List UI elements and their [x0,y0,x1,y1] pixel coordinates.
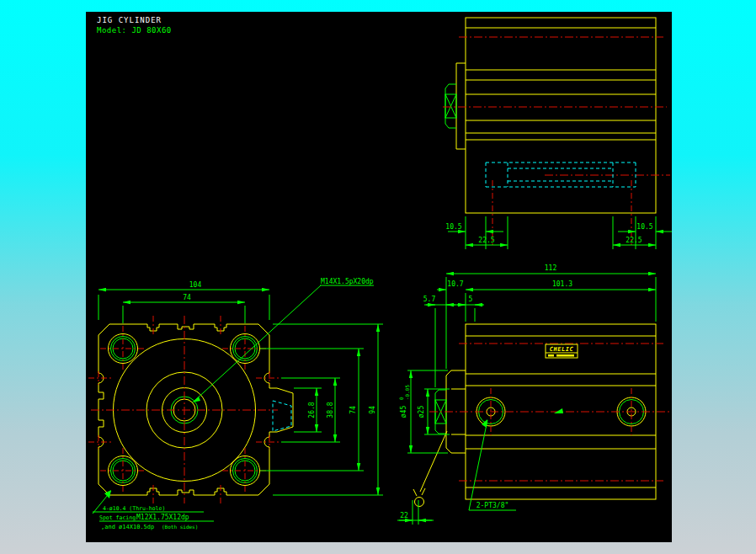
dim-bolt-span-h: 74 [183,294,191,301]
dim-head-thickness: 10.7 [447,280,463,288]
port-fitting-top [445,84,456,128]
dim-bolt-span-v: 74 [349,406,357,414]
note-line-3a: ,and ø14X10.5dp [101,524,154,530]
front-view-centerlines [88,316,280,503]
cad-drawing-canvas[interactable]: JIG CYLINDER Model: JD 80X60 [86,12,672,542]
dim-overall-length: 112 [545,264,557,272]
dim-boss-tol-lower: -0.05 [404,385,410,400]
front-view: 104 74 M14X1.5pX20dp 26.8 38.8 74 [88,278,383,530]
side-view: CHELIC 112 10.7 101.3 5 [397,264,670,525]
dim-boss-dia: ø45 [400,406,407,418]
note-line-1: 4-ø10.4 (Thru-hole) [103,505,165,512]
rod-boss-top [456,63,466,149]
note-line-3b: (Both sides) [162,524,198,530]
dim-width: 104 [189,281,202,289]
side-view-dimensions: 112 10.7 101.3 5.7 5 ø45 0 -0.05 [397,264,656,525]
thread-callout-text: M14X1.5pX20dp [321,278,374,285]
wrench-symbol [413,431,447,507]
dim-left-hole-span: 22.5 [478,237,494,244]
hole-note: 4-ø10.4 (Thru-hole) Spot facing M12X1.75… [93,490,214,530]
dim-boss-tol-upper: 0 [398,397,404,400]
note-line-2a: Spot facing [99,514,136,521]
dim-right-hole-offset: 10.5 [636,223,652,231]
front-view-dimensions: 104 74 M14X1.5pX20dp 26.8 38.8 74 [98,278,383,495]
brand-label: CHELIC [550,346,574,353]
dim-pocket-depth: 26.8 [308,402,316,418]
top-view-centerlines [443,37,670,245]
dim-body-length: 101.3 [552,280,572,288]
brand-plate: CHELIC [546,344,578,358]
thread-callout: M14X1.5pX20dp [192,278,374,402]
dim-boss-depth: 38.8 [327,402,334,418]
top-view-outline [456,18,656,213]
cad-drawing-svg: JIG CYLINDER Model: JD 80X60 [86,12,672,542]
dim-step-dia: ø25 [418,406,425,418]
title-product: JIG CYLINDER [97,16,162,24]
dim-left-hole-offset: 10.5 [445,223,461,231]
top-view: 10.5 22.5 10.5 22.5 [443,18,672,249]
title-model: Model: JD 80X60 [97,26,172,35]
hidden-port-pocket [273,401,291,431]
dim-step: 5 [469,296,473,303]
dim-fitting-protrusion: 5.7 [423,296,436,303]
dim-right-hole-span: 22.5 [626,237,642,244]
note-line-2b: M12X1.75X12dp [136,514,189,521]
pick-point-mark [554,408,563,413]
top-view-dimensions: 10.5 22.5 10.5 22.5 [445,216,672,249]
port-callout: 2-PT3/8" [476,502,509,509]
dim-fitting-width: 22 [400,512,408,519]
dim-height: 94 [369,406,376,414]
title-block: JIG CYLINDER Model: JD 80X60 [97,16,172,35]
